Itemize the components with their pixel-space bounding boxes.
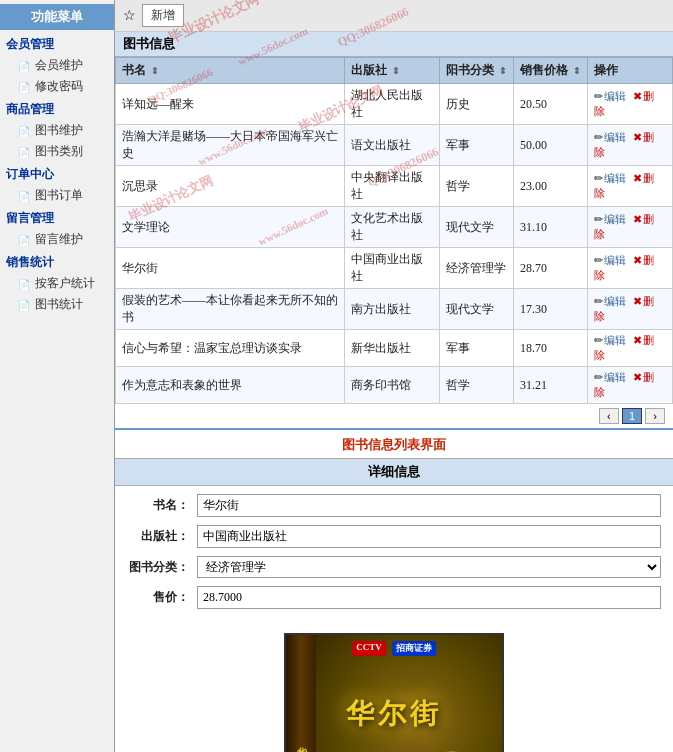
cell-price: 18.70 [514, 330, 588, 367]
col-price: 销售价格 ⇕ [514, 58, 588, 84]
name-input[interactable] [197, 494, 661, 517]
sidebar-section-goods-title: 商品管理 [0, 99, 114, 120]
doc-icon [18, 189, 32, 203]
price-label: 售价： [127, 589, 197, 606]
book-logos: CCTV 招商证券 [352, 641, 436, 656]
sidebar-title: 功能菜单 [0, 4, 114, 30]
cell-name: 假装的艺术——本让你看起来无所不知的书 [116, 289, 345, 330]
books-table: 书名 ⇕ 出版社 ⇕ 阳书分类 ⇕ 销售价格 ⇕ [115, 57, 673, 404]
cell-action: ✏编辑 ✖删除 [588, 125, 673, 166]
list-section: 毕业设计论文网 www.56doc.com QQ:306826066 QQ:30… [115, 0, 673, 430]
edit-link[interactable]: 编辑 [604, 334, 626, 346]
cell-price: 50.00 [514, 125, 588, 166]
col-action: 操作 [588, 58, 673, 84]
delete-icon: ✖ [633, 254, 642, 266]
sidebar: 功能菜单 会员管理 会员维护 修改密码 商品管理 图书维护 图书类别 [0, 0, 115, 752]
main-content: 毕业设计论文网 www.56doc.com QQ:306826066 QQ:30… [115, 0, 673, 752]
cell-price: 31.21 [514, 367, 588, 404]
add-button[interactable]: 新增 [142, 4, 184, 27]
current-page-button[interactable]: 1 [622, 408, 642, 424]
doc-icon [18, 233, 32, 247]
sidebar-item-book-order[interactable]: 图书订单 [0, 185, 114, 206]
cell-action: ✏编辑 ✖删除 [588, 289, 673, 330]
next-page-button[interactable]: › [645, 408, 665, 424]
form-row-publisher: 出版社： [127, 525, 661, 548]
book-image-area: 华尔街 CCTV 招商证券 华尔街 全球财智精英聚首 央视年度经典巨制 [115, 625, 673, 752]
edit-icon: ✏ [594, 90, 603, 102]
delete-icon: ✖ [633, 371, 642, 383]
delete-icon: ✖ [633, 90, 642, 102]
name-label: 书名： [127, 497, 197, 514]
col-publisher: 出版社 ⇕ [345, 58, 440, 84]
doc-icon [18, 298, 32, 312]
delete-icon: ✖ [633, 334, 642, 346]
book-cover: 华尔街 CCTV 招商证券 华尔街 全球财智精英聚首 央视年度经典巨制 [284, 633, 504, 752]
sidebar-item-book-maintain[interactable]: 图书维护 [0, 120, 114, 141]
edit-link[interactable]: 编辑 [604, 213, 626, 225]
sidebar-item-book-stats[interactable]: 图书统计 [0, 294, 114, 315]
publisher-label: 出版社： [127, 528, 197, 545]
cell-name: 沉思录 [116, 166, 345, 207]
edit-icon: ✏ [594, 213, 603, 225]
edit-icon: ✏ [594, 254, 603, 266]
edit-link[interactable]: 编辑 [604, 295, 626, 307]
cell-name: 信心与希望：温家宝总理访谈实录 [116, 330, 345, 367]
sort-price-icon[interactable]: ⇕ [573, 66, 581, 76]
sidebar-section-member-title: 会员管理 [0, 34, 114, 55]
edit-icon: ✏ [594, 371, 603, 383]
sort-name-icon[interactable]: ⇕ [151, 66, 159, 76]
publisher-input[interactable] [197, 525, 661, 548]
cell-publisher: 新华出版社 [345, 330, 440, 367]
edit-link[interactable]: 编辑 [604, 254, 626, 266]
pagination: ‹ 1 › [115, 404, 673, 428]
cell-category: 军事 [440, 125, 514, 166]
doc-icon [18, 277, 32, 291]
table-row: 详知远—醒来 湖北人民出版社 历史 20.50 ✏编辑 ✖删除 [116, 84, 673, 125]
spine-text: 华尔街 [294, 739, 308, 748]
edit-icon: ✏ [594, 172, 603, 184]
edit-link[interactable]: 编辑 [604, 172, 626, 184]
sidebar-item-change-password[interactable]: 修改密码 [0, 76, 114, 97]
price-input[interactable] [197, 586, 661, 609]
sort-category-icon[interactable]: ⇕ [499, 66, 507, 76]
sidebar-section-order: 订单中心 图书订单 [0, 164, 114, 206]
cell-action: ✏编辑 ✖删除 [588, 84, 673, 125]
edit-icon: ✏ [594, 131, 603, 143]
sidebar-item-message-maintain[interactable]: 留言维护 [0, 229, 114, 250]
sidebar-section-order-title: 订单中心 [0, 164, 114, 185]
cell-action: ✏编辑 ✖删除 [588, 248, 673, 289]
table-row: 作为意志和表象的世界 商务印书馆 哲学 31.21 ✏编辑 ✖删除 [116, 367, 673, 404]
table-row: 沉思录 中央翻译出版社 哲学 23.00 ✏编辑 ✖删除 [116, 166, 673, 207]
toolbar: ☆ 新增 [115, 0, 673, 32]
form-row-name: 书名： [127, 494, 661, 517]
cell-name: 华尔街 [116, 248, 345, 289]
sidebar-section-sales: 销售统计 按客户统计 图书统计 [0, 252, 114, 315]
detail-header: 详细信息 [115, 459, 673, 486]
table-row: 信心与希望：温家宝总理访谈实录 新华出版社 军事 18.70 ✏编辑 ✖删除 [116, 330, 673, 367]
category-select[interactable]: 经济管理学 历史 军事 哲学 现代文学 [197, 556, 661, 578]
cell-publisher: 商务印书馆 [345, 367, 440, 404]
sidebar-item-member-maintain[interactable]: 会员维护 [0, 55, 114, 76]
cell-publisher: 文化艺术出版社 [345, 207, 440, 248]
sidebar-item-book-category[interactable]: 图书类别 [0, 141, 114, 162]
form-row-price: 售价： [127, 586, 661, 609]
sidebar-section-sales-title: 销售统计 [0, 252, 114, 273]
list-section-header: 图书信息 [115, 32, 673, 57]
edit-icon: ✏ [594, 295, 603, 307]
prev-page-button[interactable]: ‹ [599, 408, 619, 424]
add-icon: ☆ [123, 7, 136, 24]
cell-price: 31.10 [514, 207, 588, 248]
doc-icon [18, 124, 32, 138]
cell-publisher: 湖北人民出版社 [345, 84, 440, 125]
sidebar-item-customer-stats[interactable]: 按客户统计 [0, 273, 114, 294]
edit-link[interactable]: 编辑 [604, 371, 626, 383]
cell-price: 28.70 [514, 248, 588, 289]
cell-name: 浩瀚大洋是赌场——大日本帝国海军兴亡史 [116, 125, 345, 166]
edit-link[interactable]: 编辑 [604, 90, 626, 102]
cell-category: 经济管理学 [440, 248, 514, 289]
delete-icon: ✖ [633, 213, 642, 225]
edit-link[interactable]: 编辑 [604, 131, 626, 143]
sort-publisher-icon[interactable]: ⇕ [392, 66, 400, 76]
sidebar-section-member: 会员管理 会员维护 修改密码 [0, 34, 114, 97]
cell-action: ✏编辑 ✖删除 [588, 166, 673, 207]
